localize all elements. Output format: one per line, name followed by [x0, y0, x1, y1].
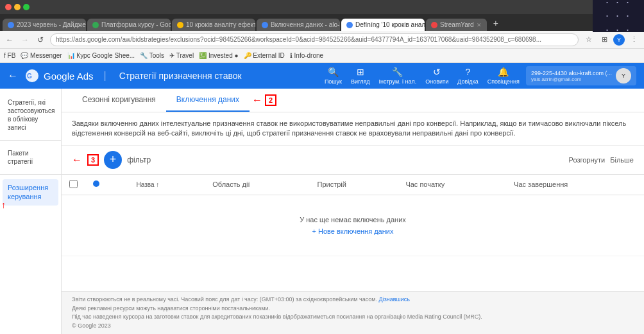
nav-back-btn[interactable]: ← — [4, 34, 15, 46]
refresh-icon: ↺ — [433, 67, 441, 77]
header-icon-notifications[interactable]: 🔔 Сповіщення — [487, 67, 520, 85]
sidebar: Стратегії, які застосовуються в облікову… — [0, 89, 62, 334]
th-checkbox — [62, 175, 85, 195]
table-header: Назва ↑ Область дії Пристрій Час початку — [62, 175, 644, 195]
bookmarks-bar: f FB 💬 Messenger 📊 Курс Google Shee... 🔧… — [0, 49, 644, 63]
bookmark-invested[interactable]: 💹 Invested ● — [199, 52, 238, 59]
table-body: У нас ще немає включень даних + Нове вкл… — [62, 195, 644, 256]
table-empty-row: У нас ще немає включень даних + Нове вкл… — [62, 195, 644, 256]
sidebar-divider-1 — [0, 140, 61, 141]
select-all-checkbox[interactable] — [69, 180, 78, 188]
tools-icon: 🔧 — [392, 67, 403, 77]
th-scope[interactable]: Область дії — [205, 175, 309, 195]
table-container: Назва ↑ Область дії Пристрій Час початку — [62, 175, 644, 291]
google-ads-logo-icon: G — [24, 68, 40, 84]
browser-nav: ← → ↺ https://ads.google.com/aw/bidstrat… — [0, 31, 644, 49]
browser-chrome — [0, 0, 644, 14]
header-divider: | — [104, 70, 106, 82]
browser-tab-3[interactable]: 10 кроків аналіту ефективнос: ✕ — [172, 19, 255, 31]
header-icon-search[interactable]: 🔍 Пошук — [325, 67, 342, 85]
expand-action[interactable]: Розгорнути — [569, 156, 606, 164]
ads-back-btn[interactable]: ← — [8, 70, 18, 82]
header-icon-help[interactable]: ? Довідка — [457, 67, 478, 85]
more-action[interactable]: Більше — [610, 156, 634, 164]
toolbar: ← 3 + фільтр Розгорнути Більше — [62, 146, 644, 175]
annotation-label-2: 2 — [265, 94, 276, 106]
browser-tab-bar: 2023 червень - Дайджест - ✕ Платформа ку… — [0, 14, 644, 31]
footer: Звіти створюються не в реальному часі. Ч… — [62, 291, 644, 334]
bookmark-messenger[interactable]: 💬 Messenger — [21, 52, 62, 59]
bookmark-fb[interactable]: f FB — [4, 52, 15, 59]
new-tab-btn[interactable]: + — [488, 15, 504, 31]
add-exclusion-btn[interactable]: + — [104, 151, 122, 169]
sidebar-divider-2 — [0, 174, 61, 175]
filter-label: фільтр — [127, 155, 151, 164]
nav-reload-btn[interactable]: ↺ — [35, 34, 46, 46]
header-icon-tools[interactable]: 🔧 Інструм. і нал. — [379, 67, 417, 85]
tab-icon-1 — [8, 22, 14, 28]
notifications-icon: 🔔 — [498, 67, 509, 77]
corner-decoration: · · ·· · ·· · · — [593, 0, 644, 32]
minimize-window-btn[interactable] — [14, 4, 21, 10]
footer-line-2: Деякі рекламні ресурси можуть надаватися… — [72, 304, 634, 313]
header-icon-view[interactable]: ⊞ Вигляд — [351, 67, 370, 85]
svg-text:G: G — [27, 73, 32, 80]
bookmark-tools[interactable]: 🔧 Tools — [140, 52, 164, 59]
sidebar-item-packages[interactable]: Пакети стратегії — [3, 145, 58, 170]
browser-tab-6[interactable]: StreamYard ✕ — [426, 19, 487, 31]
footer-line-1: Звіти створюються не в реальному часі. Ч… — [72, 295, 634, 304]
header-icon-update[interactable]: ↺ Оновити — [425, 67, 448, 85]
sidebar-item-expansion[interactable]: ↑ Розширення керування — [3, 179, 58, 206]
footer-line-3: Під час наведення курсора на заготовки с… — [72, 313, 634, 322]
browser-tab-5[interactable]: Defíníng '10 кроків аналіту е... ✕ — [341, 19, 425, 31]
tab-icon-3 — [177, 22, 183, 28]
th-name[interactable]: Назва ↑ — [129, 175, 205, 195]
footer-learn-more-link[interactable]: Дізнавшись — [379, 296, 410, 303]
content-area: Сезонні коригування Включення даних ← 2 … — [62, 89, 644, 334]
bookmark-travel[interactable]: ✈ Travel — [169, 52, 194, 59]
tabs-bar: Сезонні коригування Включення даних ← 2 — [62, 89, 644, 112]
th-start-time[interactable]: Час початку — [398, 175, 506, 195]
tab-icon-5 — [346, 22, 353, 28]
account-info[interactable]: 299-225-4430 aku-kraft.com (... yals.azr… — [526, 66, 636, 85]
close-window-btn[interactable] — [5, 4, 12, 10]
toolbar-actions: Розгорнути Більше — [569, 156, 634, 164]
browser-tab-4[interactable]: Включення даних - alo-kru - ✕ — [257, 19, 340, 31]
bookmark-star-btn[interactable]: ☆ — [582, 33, 595, 46]
bookmark-course[interactable]: 📊 Курс Google Shee... — [67, 52, 135, 59]
address-bar[interactable]: https://ads.google.com/aw/bidstrategies/… — [50, 33, 579, 46]
ads-header-icons: 🔍 Пошук ⊞ Вигляд 🔧 Інструм. і нал. ↺ Оно… — [325, 67, 520, 85]
browser-tab-1[interactable]: 2023 червень - Дайджест - ✕ — [3, 19, 86, 31]
tab-seasonal[interactable]: Сезонні коригування — [72, 89, 166, 112]
tab-icon-6 — [431, 22, 437, 28]
empty-message: У нас ще немає включень даних — [85, 216, 621, 224]
empty-state: У нас ще немає включень даних + Нове вкл… — [69, 200, 636, 251]
annotation-label-3: 3 — [87, 154, 99, 166]
tab-close-6[interactable]: ✕ — [477, 22, 482, 28]
search-icon: 🔍 — [328, 67, 339, 77]
arrow-up-icon: ↑ — [1, 200, 21, 209]
th-device[interactable]: Пристрій — [310, 175, 398, 195]
main-layout: Стратегії, які застосовуються в облікову… — [0, 89, 644, 334]
nav-forward-btn[interactable]: → — [19, 34, 31, 46]
user-avatar[interactable]: Y — [616, 68, 631, 84]
maximize-window-btn[interactable] — [23, 4, 30, 10]
browser-tab-2[interactable]: Платформа курсу - Google Sh ✕ — [87, 19, 171, 31]
ads-page-title: Стратегії призначення ставок — [119, 71, 242, 81]
ads-logo: G Google Ads — [24, 68, 94, 84]
bookmark-external-id[interactable]: 🔑 External ID — [244, 52, 285, 59]
th-end-time[interactable]: Час завершення — [506, 175, 644, 195]
svg-text:↑: ↑ — [1, 200, 6, 209]
tab-data-exclusion[interactable]: Включення даних — [166, 89, 250, 112]
exclusions-table: Назва ↑ Область дії Пристрій Час початку — [62, 175, 644, 256]
sidebar-item-strategies[interactable]: Стратегії, які застосовуються в облікову… — [3, 94, 58, 136]
annotation-arrow-3: ← — [72, 154, 82, 166]
th-status — [85, 175, 129, 195]
bookmark-info-drone[interactable]: ℹ Info-drone — [290, 52, 323, 59]
tab-icon-2 — [92, 22, 99, 28]
table-header-row: Назва ↑ Область дії Пристрій Час початку — [62, 175, 644, 195]
help-icon: ? — [466, 67, 471, 77]
ads-logo-text: Google Ads — [44, 71, 94, 82]
add-exclusion-link[interactable]: + Нове включення даних — [85, 227, 621, 235]
description-box: Завдяки включенню даних інтелектуальне п… — [62, 112, 644, 146]
